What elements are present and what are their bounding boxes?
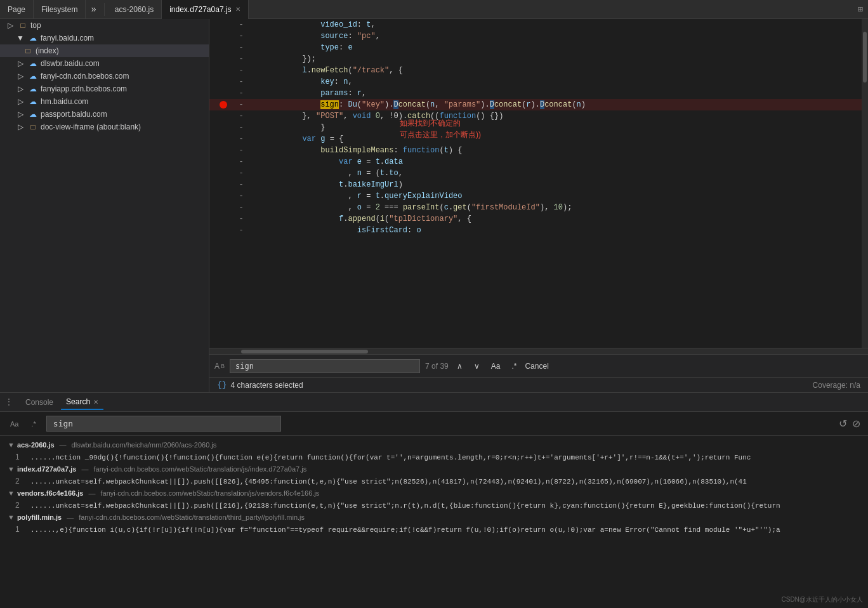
minus-6: - bbox=[235, 76, 247, 88]
search-options: Aa .* ↺ ⊘ bbox=[0, 412, 868, 436]
result-dash-polyfill: — bbox=[67, 513, 74, 521]
bracket-icon: {} bbox=[217, 380, 227, 390]
search-refresh-btn[interactable]: ↺ bbox=[839, 418, 847, 430]
devtools-panel-icon[interactable]: ⊞ bbox=[858, 4, 863, 15]
sidebar-item-fanyiapp[interactable]: ▷ ☁ fanyiapp.cdn.bcebos.com bbox=[0, 83, 209, 95]
minus-11: - bbox=[235, 133, 247, 145]
search-input-bottom[interactable] bbox=[46, 416, 281, 432]
sidebar-label-top: top bbox=[30, 21, 204, 30]
content-5: l.newFetch("/track", { bbox=[247, 65, 855, 76]
minus-19: - bbox=[235, 225, 247, 236]
result-filename-polyfill: polyfill.min.js bbox=[17, 513, 62, 521]
content-12: buildSimpleMeans: function(t) { bbox=[247, 145, 855, 156]
file-tab-acs[interactable]: acs-2060.js bbox=[107, 0, 162, 19]
content-10: } bbox=[247, 122, 855, 133]
content-1: video_id: t, bbox=[247, 19, 855, 30]
gutter-8 bbox=[209, 99, 235, 110]
vertical-scrollbar[interactable] bbox=[862, 19, 868, 348]
minus-1: - bbox=[235, 19, 247, 30]
result-num-acs-1: 1 bbox=[15, 453, 25, 461]
result-dash-vendors: — bbox=[88, 489, 95, 497]
result-item-acs-1[interactable]: 1 ......nction _99dg(){!function(){!func… bbox=[0, 451, 868, 463]
tab-page-label: Page bbox=[8, 5, 25, 14]
watermark: CSDN@水近千人的小小女人 bbox=[782, 595, 864, 604]
search-dot-btn[interactable]: .* bbox=[29, 419, 38, 429]
sidebar-label-fanyiapp: fanyiapp.cdn.bcebos.com bbox=[41, 84, 204, 93]
search-cancel-button[interactable]: Cancel bbox=[525, 362, 548, 371]
breakpoint-marker[interactable] bbox=[220, 101, 227, 109]
result-file-acs[interactable]: ▼ acs-2060.js — dlswbr.baidu.com/heicha/… bbox=[0, 439, 868, 451]
search-case-icon: AB bbox=[214, 362, 225, 371]
search-aa-btn[interactable]: Aa bbox=[8, 419, 21, 429]
more-tabs-button[interactable]: » bbox=[86, 4, 101, 15]
sidebar-item-dlswbr[interactable]: ▷ ☁ dlswbr.baidu.com bbox=[0, 57, 209, 70]
tab-page[interactable]: Page bbox=[0, 0, 34, 18]
sidebar-item-hm[interactable]: ▷ ☁ hm.baidu.com bbox=[0, 95, 209, 108]
annotation-line1: 如果找到不确定的 bbox=[400, 117, 481, 129]
search-results[interactable]: ▼ acs-2060.js — dlswbr.baidu.com/heicha/… bbox=[0, 436, 868, 608]
result-file-vendors[interactable]: ▼ vendors.f6c4e166.js — fanyi-cdn.cdn.bc… bbox=[0, 487, 868, 499]
horizontal-scrollbar[interactable] bbox=[209, 348, 868, 354]
result-file-index[interactable]: ▼ index.d727a0a7.js — fanyi-cdn.cdn.bceb… bbox=[0, 463, 868, 475]
sidebar-item-top[interactable]: ▷ □ top bbox=[0, 19, 209, 32]
minus-8: - bbox=[235, 99, 247, 110]
content-8: sign: Du("key").Dconcat(n, "params").Dco… bbox=[247, 99, 855, 110]
tab-console[interactable]: Console bbox=[20, 395, 58, 409]
result-text-content-vendors-1: ...unkcat=self.webpackChunkcat||[]).push… bbox=[43, 502, 780, 510]
content-13: var e = t.data bbox=[247, 156, 855, 168]
tab-filesystem[interactable]: Filesystem bbox=[34, 0, 86, 18]
result-filepath-acs: dlswbr.baidu.com/heicha/mm/2060/acs-2060… bbox=[72, 441, 217, 449]
sidebar-item-passport[interactable]: ▷ ☁ passport.baidu.com bbox=[0, 108, 209, 121]
file-tabs: acs-2060.js index.d727a0a7.js ✕ bbox=[107, 0, 249, 18]
minus-15: - bbox=[235, 179, 247, 190]
sidebar-item-index[interactable]: □ (index) bbox=[0, 44, 209, 57]
scrollbar-thumb[interactable] bbox=[863, 32, 867, 83]
result-dash-index: — bbox=[81, 465, 88, 473]
minus-4: - bbox=[235, 53, 247, 65]
editor-search-input[interactable] bbox=[230, 359, 420, 373]
file-tab-index-close[interactable]: ✕ bbox=[235, 6, 240, 13]
h-scrollbar-thumb[interactable] bbox=[241, 350, 368, 354]
result-file-polyfill[interactable]: ▼ polyfill.min.js — fanyi-cdn.cdn.bcebos… bbox=[0, 511, 868, 524]
code-line-9: - }, "POST", void 0, !0).catch((function… bbox=[209, 110, 868, 122]
sidebar-item-fanyi[interactable]: ▼ ☁ fanyi.baidu.com bbox=[0, 32, 209, 44]
content-2: source: "pc", bbox=[247, 30, 855, 42]
result-filepath-vendors: fanyi-cdn.cdn.bcebos.com/webStatic/trans… bbox=[100, 489, 319, 497]
result-text-content-acs-1: ...nction _99dg(){!function(){!function(… bbox=[43, 454, 751, 461]
code-line-14: - , n = (t.to, bbox=[209, 168, 868, 179]
file-tab-index[interactable]: index.d727a0a7.js ✕ bbox=[162, 0, 248, 19]
sidebar-item-fanyi-cdn[interactable]: ▷ ☁ fanyi-cdn.cdn.bcebos.com bbox=[0, 70, 209, 83]
search-case-button[interactable]: Aa bbox=[488, 360, 504, 373]
code-line-4: - }); bbox=[209, 53, 868, 65]
content-3: type: e bbox=[247, 42, 855, 53]
result-num-index-1: 2 bbox=[15, 477, 25, 486]
result-item-vendors-1[interactable]: 2 ......unkcat=self.webpackChunkcat||[])… bbox=[0, 499, 868, 511]
result-text-polyfill-1: ......,e){function i(u,c){if(!r[u]){if(!… bbox=[30, 526, 780, 534]
result-text-vendors-1: ......unkcat=self.webpackChunkcat||[]).p… bbox=[30, 502, 780, 510]
content-6: key: n, bbox=[247, 76, 855, 88]
content-11: var g = { bbox=[247, 133, 855, 145]
result-item-polyfill-1[interactable]: 1 ......,e){function i(u,c){if(!r[u]){if… bbox=[0, 524, 868, 535]
code-line-12: - buildSimpleMeans: function(t) { bbox=[209, 145, 868, 156]
cloud-icon-fanyiapp: ☁ bbox=[28, 84, 38, 93]
sidebar-item-docview[interactable]: ▷ □ doc-view-iframe (about:blank) bbox=[0, 121, 209, 133]
search-regex-button[interactable]: .* bbox=[508, 360, 520, 373]
folder-icon-top: □ bbox=[18, 21, 28, 30]
status-text: 4 characters selected bbox=[231, 381, 303, 390]
top-bar-right: ⊞ bbox=[858, 4, 868, 15]
result-item-index-1[interactable]: 2 ......unkcat=self.webpackChunkcat||[])… bbox=[0, 475, 868, 487]
code-container[interactable]: 如果找到不确定的 可点击这里，加个断点)) - video_id: t, - bbox=[209, 19, 868, 348]
result-text-acs-1: ......nction _99dg(){!function(){!functi… bbox=[30, 454, 751, 461]
minus-13: - bbox=[235, 156, 247, 168]
search-clear-btn[interactable]: ⊘ bbox=[852, 418, 860, 430]
minus-5: - bbox=[235, 65, 247, 76]
bottom-panel: ⋮ Console Search ✕ Aa .* ↺ ⊘ ▼ acs-2060.… bbox=[0, 392, 868, 608]
search-next-button[interactable]: ∨ bbox=[471, 360, 483, 373]
code-line-2: - source: "pc", bbox=[209, 30, 868, 42]
search-prev-button[interactable]: ∧ bbox=[454, 360, 466, 373]
tab-search[interactable]: Search ✕ bbox=[61, 395, 103, 410]
result-filename-acs: acs-2060.js bbox=[17, 441, 55, 449]
bottom-dots[interactable]: ⋮ bbox=[5, 397, 13, 407]
tab-search-close[interactable]: ✕ bbox=[93, 399, 98, 406]
code-line-16: - , r = t.queryExplainVideo bbox=[209, 190, 868, 202]
